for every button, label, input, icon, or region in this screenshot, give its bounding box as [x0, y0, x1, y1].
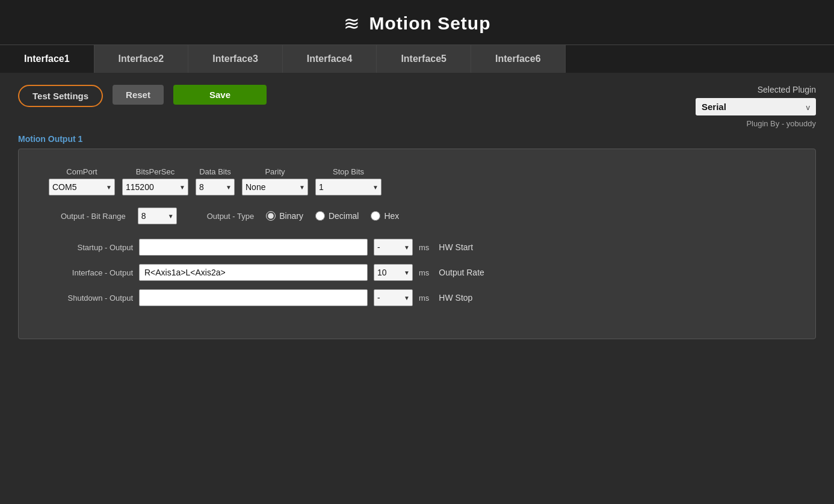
- bitrange-select[interactable]: 8 4 16 32: [138, 207, 177, 224]
- motion-icon: ≋: [344, 14, 360, 33]
- bitrange-label: Output - Bit Range: [61, 212, 126, 221]
- startup-ms-unit: ms: [419, 243, 429, 252]
- databits-label: Data Bits: [196, 167, 235, 176]
- motion-output-label: Motion Output 1: [18, 134, 82, 144]
- bitspersec-group: BitsPerSec 115200 9600 19200 38400 57600: [122, 167, 188, 195]
- tab-interface3[interactable]: Interface3: [188, 45, 283, 73]
- content-area: Test Settings Reset Save Selected Plugin…: [0, 73, 834, 351]
- reset-button[interactable]: Reset: [113, 85, 164, 105]
- parity-select[interactable]: None Odd Even Mark Space: [242, 179, 308, 195]
- main-panel: ComPort COM5 COM1 COM2 COM3 COM4 COM6 Bi…: [18, 149, 816, 339]
- plugin-select[interactable]: Serial USB Network: [696, 98, 816, 115]
- startup-ms-select[interactable]: - 1 2 5 10 20 50 100: [374, 239, 413, 256]
- radio-binary-input[interactable]: [266, 211, 276, 221]
- tab-interface5[interactable]: Interface5: [377, 45, 471, 73]
- radio-decimal-input[interactable]: [315, 211, 325, 221]
- plugin-by-label: Plugin By - yobuddy: [746, 119, 816, 128]
- comport-row: ComPort COM5 COM1 COM2 COM3 COM4 COM6 Bi…: [49, 167, 785, 195]
- interface-output-row: Interface - Output - 1 2 5 10 20 50 100 …: [49, 264, 785, 281]
- interface-output-input[interactable]: [139, 264, 368, 281]
- databits-select-wrapper: 8 5 6 7: [196, 179, 235, 195]
- startup-output-row: Startup - Output - 1 2 5 10 20 50 100 ms…: [49, 239, 785, 256]
- tab-interface1[interactable]: Interface1: [0, 45, 94, 73]
- toolbar-inner: Test Settings Reset Save Selected Plugin…: [18, 85, 816, 128]
- save-button[interactable]: Save: [173, 85, 267, 105]
- shutdown-output-label: Shutdown - Output: [49, 293, 133, 303]
- tab-interface6[interactable]: Interface6: [471, 45, 566, 73]
- motion-output-row: Motion Output 1: [18, 134, 816, 144]
- databits-select[interactable]: 8 5 6 7: [196, 179, 235, 195]
- bitspersec-select-wrapper: 115200 9600 19200 38400 57600: [122, 179, 188, 195]
- startup-hw-label: HW Start: [439, 242, 473, 252]
- radio-decimal[interactable]: Decimal: [315, 211, 359, 221]
- stopbits-group: Stop Bits 1 1.5 2: [315, 167, 381, 195]
- databits-group: Data Bits 8 5 6 7: [196, 167, 235, 195]
- tab-interface2[interactable]: Interface2: [94, 45, 189, 73]
- startup-output-label: Startup - Output: [49, 243, 133, 252]
- comport-select[interactable]: COM5 COM1 COM2 COM3 COM4 COM6: [49, 179, 115, 195]
- tabs-bar: Interface1 Interface2 Interface3 Interfa…: [0, 45, 834, 73]
- test-settings-button[interactable]: Test Settings: [18, 85, 103, 107]
- interface-ms-unit: ms: [419, 268, 429, 277]
- output-type-radio-group: Binary Decimal Hex: [266, 211, 399, 221]
- shutdown-hw-label: HW Stop: [439, 293, 472, 303]
- startup-ms-wrapper: - 1 2 5 10 20 50 100: [374, 239, 413, 256]
- comport-group: ComPort COM5 COM1 COM2 COM3 COM4 COM6: [49, 167, 115, 195]
- plugin-select-wrapper: Serial USB Network: [696, 98, 816, 115]
- bitrange-select-wrapper: 8 4 16 32: [138, 207, 177, 224]
- output-type-label: Output - Type: [207, 212, 255, 221]
- output-type-row: Output - Bit Range 8 4 16 32 Output - Ty…: [61, 207, 785, 224]
- parity-group: Parity None Odd Even Mark Space: [242, 167, 308, 195]
- startup-output-input[interactable]: [139, 239, 368, 256]
- radio-hex[interactable]: Hex: [371, 211, 399, 221]
- shutdown-output-row: Shutdown - Output - 1 2 5 10 20 50 100 m…: [49, 289, 785, 306]
- interface-ms-wrapper: - 1 2 5 10 20 50 100: [374, 264, 413, 281]
- parity-select-wrapper: None Odd Even Mark Space: [242, 179, 308, 195]
- interface-output-label: Interface - Output: [49, 268, 133, 277]
- tab-interface4[interactable]: Interface4: [283, 45, 377, 73]
- bitspersec-label: BitsPerSec: [122, 167, 188, 176]
- stopbits-select[interactable]: 1 1.5 2: [315, 179, 381, 195]
- toolbar-row: Test Settings Reset Save Selected Plugin…: [18, 85, 816, 128]
- shutdown-output-input[interactable]: [139, 289, 368, 306]
- shutdown-ms-select[interactable]: - 1 2 5 10 20 50 100: [374, 289, 413, 306]
- shutdown-ms-wrapper: - 1 2 5 10 20 50 100: [374, 289, 413, 306]
- radio-hex-input[interactable]: [371, 211, 380, 221]
- plugin-section: Selected Plugin Serial USB Network Plugi…: [696, 85, 816, 128]
- header: ≋ Motion Setup: [0, 0, 834, 45]
- header-title: Motion Setup: [369, 13, 491, 34]
- selected-plugin-label: Selected Plugin: [758, 85, 816, 94]
- radio-binary[interactable]: Binary: [266, 211, 303, 221]
- parity-label: Parity: [242, 167, 308, 176]
- comport-select-wrapper: COM5 COM1 COM2 COM3 COM4 COM6: [49, 179, 115, 195]
- interface-ms-select[interactable]: - 1 2 5 10 20 50 100: [374, 264, 413, 281]
- comport-label: ComPort: [49, 167, 115, 176]
- interface-hw-label: Output Rate: [439, 268, 484, 277]
- stopbits-select-wrapper: 1 1.5 2: [315, 179, 381, 195]
- bitspersec-select[interactable]: 115200 9600 19200 38400 57600: [122, 179, 188, 195]
- stopbits-label: Stop Bits: [315, 167, 381, 176]
- shutdown-ms-unit: ms: [419, 293, 429, 303]
